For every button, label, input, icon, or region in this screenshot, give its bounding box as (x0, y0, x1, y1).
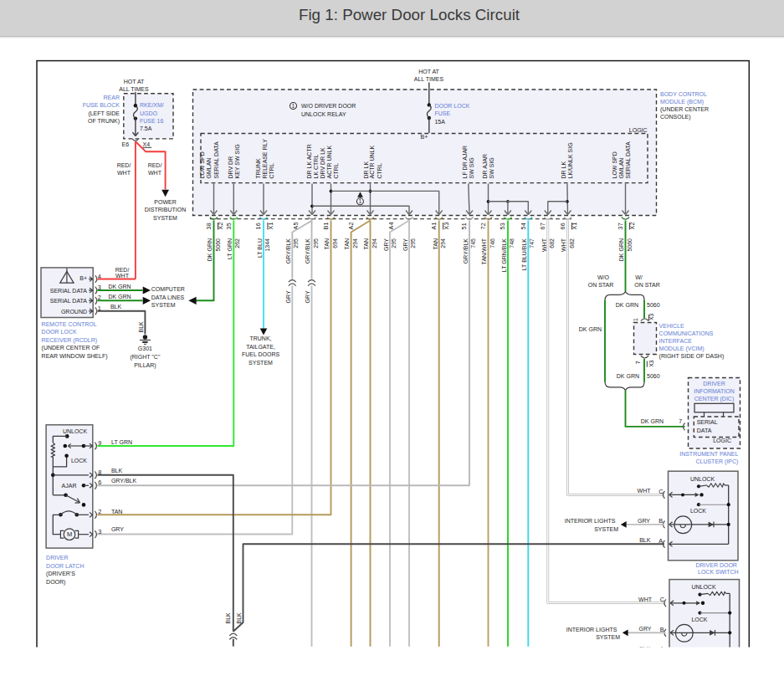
svg-text:FUSE: FUSE (434, 110, 450, 116)
svg-text:SERIAL DATA: SERIAL DATA (50, 288, 88, 294)
svg-text:W/O: W/O (597, 274, 610, 280)
svg-text:LOCK: LOCK (690, 508, 706, 514)
svg-text:51: 51 (460, 223, 468, 229)
svg-text:DRIVER DOOR: DRIVER DOOR (696, 562, 737, 568)
svg-text:INTERIOR LIGHTS: INTERIOR LIGHTS (566, 627, 617, 632)
svg-text:FUEL DOORS: FUEL DOORS (242, 351, 280, 357)
svg-text:C: C (658, 488, 663, 495)
svg-text:RED/: RED/ (117, 162, 131, 168)
svg-text:GRY/BLK: GRY/BLK (305, 238, 310, 264)
svg-text:LF DR AJAR: LF DR AJAR (462, 146, 468, 179)
svg-text:GRY: GRY (305, 290, 310, 303)
svg-text:ALL TIMES: ALL TIMES (119, 86, 149, 92)
svg-text:B+: B+ (79, 275, 87, 281)
svg-text:DOOR LOCK: DOOR LOCK (434, 103, 469, 109)
svg-text:LT GRN/BLK: LT GRN/BLK (501, 238, 507, 273)
svg-text:TAN: TAN (363, 238, 369, 249)
svg-text:SW SIG: SW SIG (489, 157, 494, 178)
svg-text:DK GRN: DK GRN (618, 238, 624, 261)
svg-text:COMPUTER: COMPUTER (151, 286, 185, 292)
svg-text:SERIAL DATA: SERIAL DATA (213, 141, 219, 179)
svg-text:72: 72 (479, 223, 487, 229)
svg-text:GRY/BLK: GRY/BLK (285, 238, 291, 264)
svg-text:FUSE 16: FUSE 16 (140, 118, 164, 124)
svg-text:REAR: REAR (104, 95, 120, 100)
svg-text:GRY: GRY (638, 626, 651, 632)
svg-text:5060: 5060 (647, 373, 660, 379)
svg-text:GRY: GRY (402, 238, 408, 251)
svg-text:DRV DR: DRV DR (228, 156, 233, 179)
svg-text:W/: W/ (635, 274, 643, 280)
svg-text:LOGIC: LOGIC (713, 438, 731, 443)
svg-text:TAN: TAN (344, 238, 350, 249)
svg-text:SW SIG: SW SIG (469, 157, 474, 178)
svg-text:5060: 5060 (215, 238, 221, 252)
svg-text:15A: 15A (434, 119, 445, 125)
svg-text:G301: G301 (138, 346, 152, 351)
svg-text:B1: B1 (322, 222, 330, 229)
svg-text:TRUNK,: TRUNK, (249, 335, 271, 341)
svg-text:HOT AT: HOT AT (418, 69, 439, 74)
svg-text:LOW SPD: LOW SPD (199, 151, 205, 178)
svg-text:WHT: WHT (117, 170, 131, 176)
svg-text:746: 746 (489, 238, 495, 248)
svg-text:GROUND: GROUND (61, 309, 87, 315)
svg-text:SYSTEM: SYSTEM (596, 634, 620, 640)
svg-text:AJAR: AJAR (62, 483, 77, 489)
svg-text:A4: A4 (387, 222, 395, 229)
svg-text:WHT: WHT (541, 238, 547, 252)
svg-text:16: 16 (254, 223, 262, 229)
svg-text:9: 9 (98, 439, 101, 447)
svg-text:295: 295 (410, 238, 416, 248)
svg-text:2: 2 (98, 508, 101, 515)
svg-text:CENTER (DIC): CENTER (DIC) (694, 396, 734, 402)
svg-text:DK GRN: DK GRN (108, 284, 131, 289)
svg-text:682: 682 (569, 238, 575, 248)
svg-text:MODULE (VCIM): MODULE (VCIM) (659, 346, 705, 352)
svg-text:1344: 1344 (264, 238, 270, 252)
svg-text:5060: 5060 (647, 302, 660, 308)
svg-text:DOOR LOCK: DOOR LOCK (42, 329, 77, 335)
svg-text:1: 1 (292, 103, 295, 109)
svg-text:GMLAN: GMLAN (618, 158, 624, 179)
svg-text:RED/: RED/ (148, 162, 162, 168)
svg-text:DK GRN: DK GRN (108, 294, 131, 300)
svg-text:RELEASE RLY: RELEASE RLY (262, 139, 268, 179)
svg-text:35: 35 (225, 223, 233, 229)
svg-text:DRV DR LK: DRV DR LK (320, 147, 325, 179)
svg-text:GRY/BLK: GRY/BLK (463, 238, 469, 264)
svg-text:HOT AT: HOT AT (124, 79, 145, 84)
svg-text:ACTR UNLK: ACTR UNLK (369, 145, 375, 178)
svg-text:BLK: BLK (111, 468, 123, 474)
svg-text:(DRIVER'S: (DRIVER'S (46, 571, 75, 577)
svg-text:BLK: BLK (110, 304, 122, 310)
svg-text:(UNDER CENTER: (UNDER CENTER (660, 106, 709, 113)
svg-text:GRY/BLK: GRY/BLK (111, 478, 137, 484)
svg-text:DISTRIBUTION: DISTRIBUTION (145, 207, 186, 213)
svg-text:GMLAN: GMLAN (206, 158, 212, 179)
svg-text:294: 294 (372, 238, 377, 248)
svg-text:BLK: BLK (639, 537, 651, 543)
svg-text:294: 294 (352, 238, 358, 248)
svg-text:SERIAL DATA: SERIAL DATA (625, 141, 631, 179)
svg-text:682: 682 (549, 238, 555, 248)
svg-text:X3: X3 (648, 313, 654, 320)
svg-text:A2: A2 (347, 222, 355, 229)
svg-text:294: 294 (440, 238, 446, 248)
svg-text:3: 3 (98, 528, 101, 535)
svg-text:(UNDER CENTER OF: (UNDER CENTER OF (42, 345, 100, 351)
svg-text:DR LK: DR LK (363, 161, 369, 179)
svg-text:295: 295 (293, 238, 299, 248)
svg-text:BLK: BLK (225, 612, 231, 624)
svg-text:A1: A1 (430, 222, 438, 229)
svg-text:CTRL: CTRL (333, 163, 339, 178)
svg-text:B: B (658, 517, 663, 525)
svg-text:DATA LINES: DATA LINES (151, 294, 185, 300)
svg-text:TAN: TAN (324, 238, 330, 249)
svg-text:LOW SPD: LOW SPD (612, 151, 617, 178)
svg-text:(RIGHT "C": (RIGHT "C" (130, 354, 160, 361)
svg-text:VEHICLE: VEHICLE (659, 323, 684, 329)
svg-text:DRIVER: DRIVER (46, 555, 68, 561)
svg-text:DR AJAR: DR AJAR (482, 154, 488, 179)
svg-text:53: 53 (499, 223, 506, 229)
